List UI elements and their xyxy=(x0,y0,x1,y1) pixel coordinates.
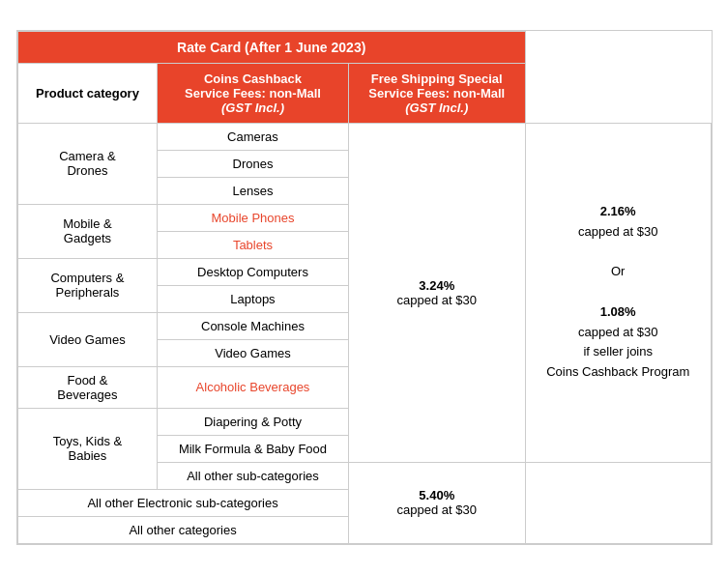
category-mobile-gadgets: Mobile &Gadgets xyxy=(17,204,158,258)
rate-group-a: 3.24% capped at $30 xyxy=(348,123,525,462)
subcategory-all-other-sub: All other sub-categories xyxy=(158,462,348,489)
category-computers: Computers &Peripherals xyxy=(17,258,158,312)
category-all-electronic: All other Electronic sub-categories xyxy=(17,489,348,516)
subcategory-milk-formula: Milk Formula & Baby Food xyxy=(158,435,348,462)
subcategory-console: Console Machines xyxy=(158,312,348,339)
special-fee-group-a: 2.16% capped at $30 Or 1.08% capped at $… xyxy=(525,123,711,462)
subcategory-video-games: Video Games xyxy=(158,339,348,366)
col-header-product: Product category xyxy=(17,63,158,123)
header-row: Product category Coins CashbackService F… xyxy=(17,63,711,123)
subcategory-lenses: Lenses xyxy=(158,177,348,204)
col-header-coins: Coins CashbackService Fees: non-Mall(GST… xyxy=(158,63,348,123)
fee-group-b xyxy=(525,462,711,543)
rate-card-table: Rate Card (After 1 June 2023) Product ca… xyxy=(16,30,713,545)
subcategory-drones: Drones xyxy=(158,150,348,177)
category-video-games: Video Games xyxy=(17,312,158,366)
subcategory-diapering: Diapering & Potty xyxy=(158,408,348,435)
table-title: Rate Card (After 1 June 2023) xyxy=(17,31,525,63)
category-all-other: All other categories xyxy=(17,516,348,543)
subcategory-desktop: Desktop Computers xyxy=(158,258,348,285)
category-toys-kids: Toys, Kids &Babies xyxy=(17,408,158,489)
category-food-beverages: Food &Beverages xyxy=(17,366,158,408)
rate-group-b: 5.40% capped at $30 xyxy=(348,462,525,543)
subcategory-mobile-phones: Mobile Phones xyxy=(158,204,348,231)
subcategory-cameras: Cameras xyxy=(158,123,348,150)
subcategory-laptops: Laptops xyxy=(158,285,348,312)
col-header-freeship: Free Shipping SpecialService Fees: non-M… xyxy=(348,63,525,123)
title-row: Rate Card (After 1 June 2023) xyxy=(17,31,711,63)
category-camera-drones: Camera &Drones xyxy=(17,123,158,204)
table-row: Camera &Drones Cameras 3.24% capped at $… xyxy=(17,123,711,150)
subcategory-tablets: Tablets xyxy=(158,231,348,258)
subcategory-alcoholic: Alcoholic Beverages xyxy=(158,366,348,408)
